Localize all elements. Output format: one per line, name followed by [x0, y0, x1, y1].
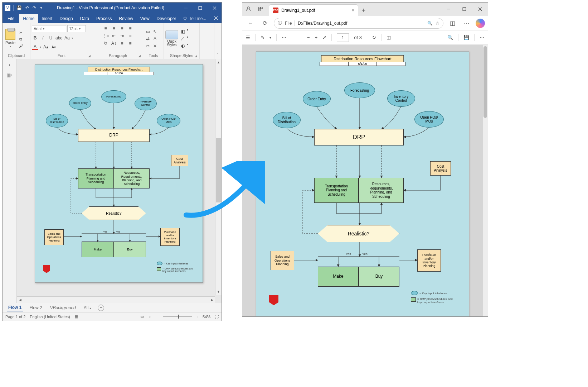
language-indicator[interactable]: English (United States) — [30, 315, 70, 319]
pdf-more-icon[interactable]: ⋯ — [480, 35, 484, 40]
tab-insert[interactable]: Insert — [38, 14, 56, 23]
align-center-button[interactable]: ≡ — [110, 25, 117, 32]
qat-dropdown-icon[interactable]: ▼ — [40, 6, 43, 10]
contents-icon[interactable]: ☰ — [246, 35, 250, 40]
horizontal-scrollbar[interactable]: ◀▶ — [17, 296, 215, 303]
tab-developer[interactable]: Developer — [153, 14, 180, 23]
effects-button[interactable]: ◐ — [180, 43, 186, 49]
tell-me[interactable]: Tell me... — [180, 14, 209, 23]
node-inventory[interactable]: Inventory Control — [135, 97, 157, 110]
font-name-combo[interactable]: Arial▾ — [32, 25, 66, 32]
underline-button[interactable]: U — [48, 35, 54, 41]
more-tools-icon[interactable]: ⋯ — [282, 35, 286, 40]
drawing-page[interactable]: Distribution Resources Flowchart 6/1/00 … — [35, 64, 203, 283]
align-middle-button[interactable]: ≡ — [127, 33, 134, 39]
tab-view[interactable]: View — [137, 14, 153, 23]
tab-close-icon[interactable]: × — [351, 8, 354, 13]
scroll-up-icon[interactable]: ▲ — [215, 59, 222, 66]
edge-minimize-button[interactable] — [441, 2, 456, 16]
back-button[interactable]: ← — [245, 18, 256, 29]
zoom-out-pdf[interactable]: − — [307, 35, 310, 40]
zoom-slider[interactable] — [163, 316, 192, 317]
save-icon[interactable]: 💾 — [16, 5, 22, 10]
node-bill[interactable]: Bill of Distribution — [46, 114, 68, 128]
node-make[interactable]: Make — [82, 242, 114, 257]
zoom-level[interactable]: 54% — [203, 315, 210, 319]
bold-button[interactable]: B — [32, 35, 38, 41]
zoom-addr-icon[interactable]: 🔍 — [427, 21, 433, 26]
case-button[interactable]: Aa — [64, 35, 70, 41]
presentation-mode-icon[interactable]: ▭ — [140, 314, 144, 319]
rotate-button[interactable]: ↻ — [102, 40, 109, 47]
cursor-tool-icon[interactable]: ↖ — [152, 28, 158, 35]
node-realistic[interactable]: Realistic? — [82, 206, 146, 220]
save-pdf-icon[interactable]: 💾 — [463, 35, 469, 40]
tab-home[interactable]: Home — [19, 14, 38, 23]
split-screen-icon[interactable]: ◫ — [447, 18, 458, 29]
pdf-page[interactable]: Distribution Resources Flowchart 6/1/00 … — [256, 51, 469, 316]
align-left-button[interactable]: ≡ — [102, 25, 109, 32]
canvas[interactable]: Distribution Resources Flowchart 6/1/00 … — [17, 59, 222, 303]
scroll-thumb[interactable] — [216, 138, 221, 202]
tab-process[interactable]: Process — [93, 14, 115, 23]
add-sheet-button[interactable]: + — [98, 305, 104, 311]
macro-icon[interactable]: ▦ — [74, 314, 78, 319]
expand-shapes-icon[interactable]: › — [9, 62, 10, 67]
draw-icon[interactable]: ✎ — [261, 35, 264, 40]
cut-icon[interactable]: ✂ — [18, 30, 24, 36]
address-bar[interactable]: ⓘ File D:/Files/Drawing1_out.pdf 🔍 ☆ — [274, 18, 443, 29]
settings-menu-icon[interactable]: ⋯ — [461, 18, 472, 29]
collapse-ribbon-button[interactable]: ˄ — [214, 23, 222, 59]
strike-button[interactable]: abc — [55, 35, 62, 41]
fill-button[interactable]: ◧ — [180, 28, 186, 35]
scroll-down-icon[interactable]: ▼ — [215, 288, 222, 295]
indent-left-button[interactable]: ⇤ — [110, 33, 117, 39]
stencil-icon[interactable]: ▥› — [6, 72, 12, 78]
align-top-button[interactable]: ≡ — [127, 25, 134, 32]
connect-tool-icon[interactable]: ✕ — [152, 43, 158, 49]
tab-review[interactable]: Review — [115, 14, 136, 23]
paragraph-dialog-icon[interactable]: ◢ — [138, 54, 141, 58]
align-bottom-button[interactable]: ≡ — [127, 40, 134, 47]
font-color-button[interactable]: A — [32, 44, 38, 50]
vertical-scrollbar[interactable]: ▲▼ — [215, 59, 222, 295]
justify-button[interactable]: ≡ — [118, 40, 126, 47]
edge-maximize-button[interactable] — [456, 2, 472, 16]
node-forecast[interactable]: Forecasting — [101, 90, 126, 103]
sheet-vbackground[interactable]: VBackground — [49, 305, 77, 311]
ribbon-doc-close[interactable] — [210, 14, 222, 23]
tab-file[interactable]: File — [3, 14, 19, 23]
tab-actions-icon[interactable] — [254, 2, 267, 16]
copy-icon[interactable]: ⧉ — [18, 37, 24, 42]
undo-icon[interactable]: ↶ — [25, 5, 29, 10]
page-view-icon[interactable]: ◫ — [387, 35, 391, 40]
bullets-button[interactable]: ⋮≡ — [102, 33, 109, 39]
align-right-button[interactable]: ≡ — [118, 25, 126, 32]
minimize-button[interactable] — [179, 3, 193, 13]
node-trans[interactable]: Transportation Planning and Scheduling — [78, 168, 114, 188]
edge-close-button[interactable] — [472, 2, 488, 16]
node-sales[interactable]: Sales and Operations Planning — [44, 229, 64, 245]
edge-scroll-thumb[interactable] — [483, 46, 487, 118]
scroll-right-icon[interactable]: ▶ — [209, 297, 215, 303]
node-cost[interactable]: Cost Analysis — [171, 155, 188, 166]
copilot-icon[interactable] — [476, 19, 485, 28]
profile-icon[interactable] — [242, 2, 254, 16]
italic-button[interactable]: I — [40, 35, 46, 41]
spacing-button[interactable]: A↕ — [110, 40, 117, 47]
new-tab-button[interactable]: + — [358, 5, 369, 16]
node-drp[interactable]: DRP — [78, 129, 150, 142]
tab-data[interactable]: Data — [77, 14, 93, 23]
favorite-icon[interactable]: ☆ — [436, 21, 439, 26]
sheet-all[interactable]: All ▴ — [82, 305, 93, 311]
maximize-button[interactable] — [193, 3, 207, 13]
node-buy[interactable]: Buy — [114, 242, 146, 257]
site-info-icon[interactable]: ⓘ — [278, 20, 282, 26]
font-size-combo[interactable]: 12pt.▾ — [67, 25, 86, 32]
zoom-in-button[interactable]: + — [196, 315, 198, 319]
browser-tab[interactable]: PDF Drawing1_out.pdf × — [269, 4, 358, 16]
pointer-tool-icon[interactable]: ▭ — [145, 28, 151, 35]
sheet-flow2[interactable]: Flow 2 — [28, 305, 43, 311]
refresh-button[interactable]: ⟳ — [259, 18, 270, 29]
node-res[interactable]: Resources, Requirements, Planning, and S… — [114, 168, 150, 188]
